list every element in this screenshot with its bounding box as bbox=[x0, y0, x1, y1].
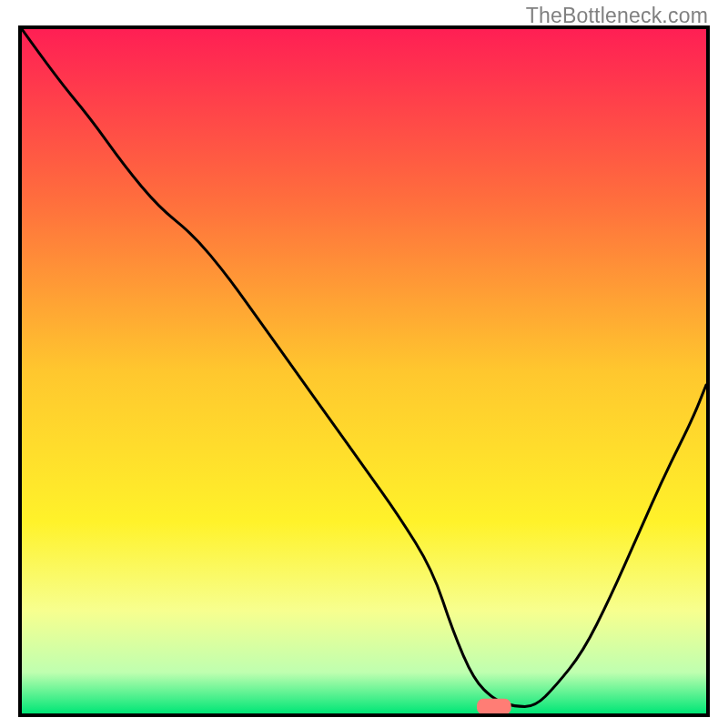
chart-plot bbox=[22, 29, 706, 713]
watermark-text: TheBottleneck.com bbox=[526, 4, 708, 28]
optimal-marker bbox=[477, 699, 511, 713]
chart-frame bbox=[18, 25, 710, 717]
